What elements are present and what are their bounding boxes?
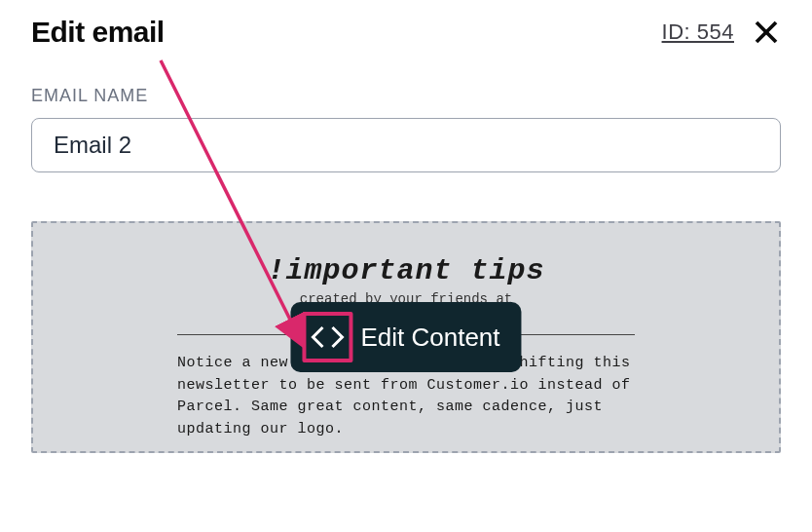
page-title: Edit email bbox=[31, 16, 165, 49]
email-id-link[interactable]: ID: 554 bbox=[662, 19, 734, 45]
email-name-input[interactable] bbox=[31, 118, 781, 172]
email-name-label: EMAIL NAME bbox=[31, 86, 781, 106]
code-icon bbox=[304, 314, 351, 361]
close-icon bbox=[754, 19, 779, 45]
email-preview-panel[interactable]: !important tips created by your friends … bbox=[31, 221, 781, 453]
edit-content-label: Edit Content bbox=[360, 323, 499, 353]
close-button[interactable] bbox=[752, 18, 781, 47]
preview-title: !important tips bbox=[53, 254, 759, 287]
edit-content-button[interactable]: Edit Content bbox=[290, 302, 521, 372]
